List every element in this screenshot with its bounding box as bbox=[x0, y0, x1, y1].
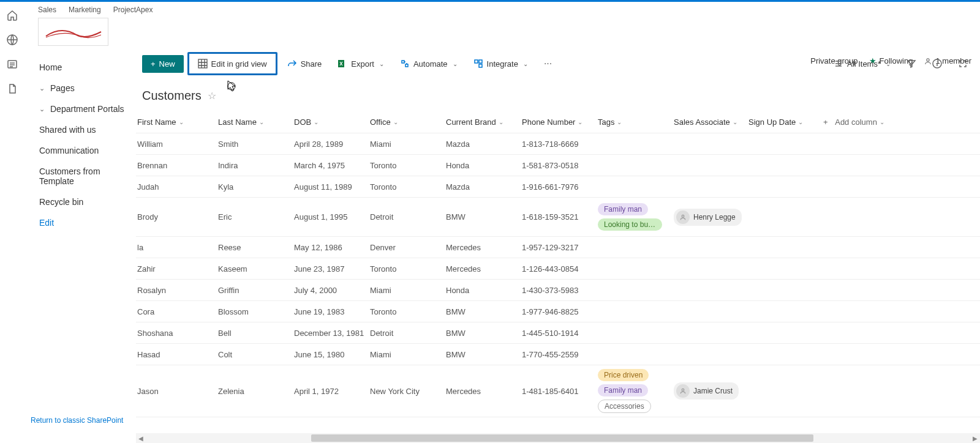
cell-phone: 1-581-873-0518 bbox=[516, 156, 592, 175]
view-selector[interactable]: All Items* ⌄ bbox=[830, 55, 894, 72]
new-button[interactable]: + New bbox=[142, 55, 184, 73]
col-sales-associate[interactable]: Sales Associate⌄ bbox=[668, 113, 742, 132]
globe-icon[interactable] bbox=[6, 34, 18, 46]
table-row[interactable]: Rosalyn Griffin July 4, 2000 Miami Honda… bbox=[136, 280, 980, 301]
more-actions-button[interactable]: ··· bbox=[538, 54, 558, 73]
cell-phone: 1-770-455-2559 bbox=[516, 345, 592, 364]
info-button[interactable] bbox=[929, 55, 946, 72]
chevron-down-icon: ⌄ bbox=[314, 119, 318, 125]
nav-customers-template[interactable]: Customers from Template bbox=[24, 161, 136, 192]
svg-rect-5 bbox=[475, 60, 478, 63]
chevron-down-icon: ⌄ bbox=[499, 119, 503, 125]
table-row[interactable]: William Smith April 28, 1989 Miami Mazda… bbox=[136, 133, 980, 155]
nav-communication[interactable]: Communication bbox=[24, 140, 136, 161]
cell-empty bbox=[817, 160, 892, 170]
files-icon[interactable] bbox=[6, 83, 18, 95]
table-row[interactable]: Jason Zelenia April 1, 1972 New York Cit… bbox=[136, 365, 980, 417]
col-sign-up-date[interactable]: Sign Up Date⌄ bbox=[742, 113, 817, 132]
cell-dob: December 13, 1981 bbox=[288, 324, 364, 343]
app-rail bbox=[0, 2, 24, 443]
cell-last-name: Colt bbox=[212, 345, 288, 364]
chevron-down-icon: ⌄ bbox=[39, 105, 47, 113]
scroll-track[interactable] bbox=[146, 434, 970, 442]
col-tags[interactable]: Tags⌄ bbox=[592, 113, 668, 132]
cell-office: Toronto bbox=[364, 156, 440, 175]
nav-pages[interactable]: ⌄Pages bbox=[24, 78, 136, 99]
breadcrumb-item[interactable]: Sales bbox=[38, 6, 56, 14]
table-row[interactable]: Cora Blossom June 19, 1983 Toronto BMW 1… bbox=[136, 301, 980, 322]
col-office[interactable]: Office⌄ bbox=[364, 113, 440, 132]
table-row[interactable]: la Reese May 12, 1986 Denver Mercedes 1-… bbox=[136, 237, 980, 258]
expand-button[interactable] bbox=[954, 55, 971, 72]
cell-brand: Honda bbox=[440, 156, 516, 175]
scroll-left-arrow[interactable]: ◀ bbox=[136, 435, 146, 442]
table-row[interactable]: Hasad Colt June 15, 1980 Miami BMW 1-770… bbox=[136, 344, 980, 365]
table-row[interactable]: Brody Eric August 1, 1995 Detroit BMW 1-… bbox=[136, 198, 980, 237]
col-phone-number[interactable]: Phone Number⌄ bbox=[516, 113, 592, 132]
table-body: William Smith April 28, 1989 Miami Mazda… bbox=[136, 133, 980, 417]
chevron-down-icon: ⌄ bbox=[453, 61, 458, 67]
main-area: Home ⌄Pages ⌄Department Portals Shared w… bbox=[24, 46, 980, 428]
share-button[interactable]: Share bbox=[281, 55, 328, 72]
svg-rect-6 bbox=[479, 64, 482, 67]
cell-brand: BMW bbox=[440, 207, 516, 226]
add-column-button[interactable]: + Add column⌄ bbox=[817, 113, 892, 132]
table-row[interactable]: Brennan Indira March 4, 1975 Toronto Hon… bbox=[136, 155, 980, 176]
person-chip[interactable]: Jamie Crust bbox=[674, 382, 739, 400]
cell-empty bbox=[817, 386, 892, 396]
table-row[interactable]: Shoshana Bell December 13, 1981 Detroit … bbox=[136, 322, 980, 344]
cell-phone: 1-977-946-8825 bbox=[516, 302, 592, 321]
breadcrumb-item[interactable]: ProjectApex bbox=[113, 6, 153, 14]
col-dob[interactable]: DOB⌄ bbox=[288, 113, 364, 132]
scroll-thumb[interactable] bbox=[311, 434, 813, 442]
cell-office: Detroit bbox=[364, 324, 440, 343]
return-classic-link[interactable]: Return to classic SharePoint bbox=[31, 416, 123, 425]
view-commands: All Items* ⌄ bbox=[830, 55, 971, 72]
cell-sign-up-date bbox=[742, 182, 817, 192]
site-logo[interactable] bbox=[38, 18, 108, 46]
cell-dob: June 19, 1983 bbox=[288, 302, 364, 321]
tag-chip: Family man bbox=[598, 384, 648, 396]
nav-recycle-bin[interactable]: Recycle bin bbox=[24, 192, 136, 212]
cell-sign-up-date bbox=[742, 242, 817, 252]
favorite-toggle[interactable]: ☆ bbox=[208, 90, 216, 102]
breadcrumb-item[interactable]: Marketing bbox=[69, 6, 101, 14]
table-row[interactable]: Zahir Kaseem June 23, 1987 Toronto Merce… bbox=[136, 258, 980, 280]
person-chip[interactable]: Henry Legge bbox=[674, 209, 742, 226]
cell-last-name: Blossom bbox=[212, 302, 288, 321]
export-button[interactable]: Export ⌄ bbox=[331, 55, 390, 72]
cell-last-name: Kyla bbox=[212, 177, 288, 196]
nav-edit[interactable]: Edit bbox=[24, 212, 136, 233]
horizontal-scrollbar[interactable]: ◀ ▶ bbox=[136, 433, 980, 443]
cell-sales-associate bbox=[668, 307, 742, 316]
table-row[interactable]: Judah Kyla August 11, 1989 Toronto Mazda… bbox=[136, 176, 980, 198]
nav-home[interactable]: Home bbox=[24, 57, 136, 78]
cell-last-name: Reese bbox=[212, 238, 288, 257]
cell-dob: August 11, 1989 bbox=[288, 177, 364, 196]
nav-shared[interactable]: Shared with us bbox=[24, 119, 136, 140]
cell-dob: July 4, 2000 bbox=[288, 281, 364, 300]
news-icon[interactable] bbox=[6, 58, 18, 70]
cell-tags bbox=[592, 162, 668, 169]
cell-last-name: Eric bbox=[212, 207, 288, 226]
cell-sales-associate bbox=[668, 264, 742, 274]
cell-office: Miami bbox=[364, 281, 440, 300]
scroll-right-arrow[interactable]: ▶ bbox=[970, 435, 980, 442]
cell-brand: Honda bbox=[440, 281, 516, 300]
cell-first-name: Cora bbox=[136, 302, 212, 321]
cell-first-name: la bbox=[136, 238, 212, 257]
integrate-button[interactable]: Integrate ⌄ bbox=[467, 55, 534, 72]
list-title: Customers bbox=[142, 89, 202, 103]
cell-office: Detroit bbox=[364, 207, 440, 226]
nav-department-portals[interactable]: ⌄Department Portals bbox=[24, 99, 136, 119]
filter-button[interactable] bbox=[903, 55, 920, 72]
cell-office: Toronto bbox=[364, 302, 440, 321]
col-last-name[interactable]: Last Name⌄ bbox=[212, 113, 288, 132]
col-current-brand[interactable]: Current Brand⌄ bbox=[440, 113, 516, 132]
edit-grid-view-button[interactable]: Edit in grid view bbox=[187, 52, 277, 75]
home-icon[interactable] bbox=[6, 9, 18, 21]
cell-sign-up-date bbox=[742, 328, 817, 338]
col-first-name[interactable]: First Name⌄ bbox=[136, 113, 212, 132]
automate-button[interactable]: Automate ⌄ bbox=[394, 55, 464, 72]
cell-dob: June 23, 1987 bbox=[288, 259, 364, 278]
